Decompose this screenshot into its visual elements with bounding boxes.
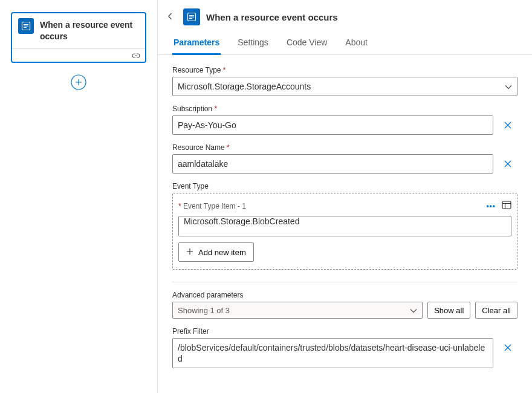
back-button[interactable]	[164, 10, 177, 25]
event-type-item-input[interactable]: Microsoft.Storage.BlobCreated	[178, 216, 511, 236]
clear-all-button[interactable]: Clear all	[475, 302, 517, 319]
tab-about[interactable]: About	[344, 37, 369, 55]
prefix-filter-input[interactable]: /blobServices/default/containers/trusted…	[172, 338, 493, 368]
panel-tabs: Parameters Settings Code View About	[158, 31, 532, 55]
link-icon	[132, 51, 140, 60]
trigger-node-footer	[12, 48, 145, 62]
event-grid-icon	[18, 18, 34, 34]
subscription-select[interactable]: Pay-As-You-Go	[172, 115, 493, 135]
clear-prefix-button[interactable]	[498, 338, 517, 357]
svg-rect-3	[502, 201, 511, 209]
event-type-group: * Event Type Item - 1 ••• Microsoft.S	[172, 193, 517, 270]
event-grid-icon	[183, 8, 200, 25]
divider	[172, 282, 517, 282]
resource-type-label: Resource Type *	[172, 66, 517, 74]
chevron-down-icon	[505, 82, 512, 91]
tab-parameters[interactable]: Parameters	[172, 37, 221, 55]
parameters-form: Resource Type * Microsoft.Storage.Storag…	[158, 55, 532, 393]
panel-title: When a resource event occurs	[206, 12, 338, 22]
add-new-item-button[interactable]: Add new item	[178, 242, 254, 262]
tab-settings[interactable]: Settings	[236, 37, 270, 55]
advanced-params-label: Advanced parameters	[172, 291, 517, 299]
item-menu-button[interactable]: •••	[486, 202, 496, 210]
advanced-params-select[interactable]: Showing 1 of 3	[172, 302, 423, 319]
show-all-button[interactable]: Show all	[427, 302, 470, 319]
prefix-filter-label: Prefix Filter	[172, 327, 517, 336]
resource-name-label: Resource Name *	[172, 143, 517, 152]
trigger-node-card[interactable]: When a resource event occurs	[11, 12, 146, 63]
subscription-label: Subscription *	[172, 105, 517, 113]
details-panel: When a resource event occurs Parameters …	[157, 0, 532, 393]
tab-code-view[interactable]: Code View	[285, 37, 328, 55]
toggle-view-button[interactable]	[502, 201, 511, 211]
plus-icon	[186, 248, 193, 257]
event-type-label: Event Type	[172, 182, 517, 190]
resource-name-select[interactable]: aamldatalake	[172, 154, 493, 174]
chevron-down-icon	[410, 306, 417, 315]
panel-header: When a resource event occurs	[158, 0, 532, 31]
trigger-node-title: When a resource event occurs	[40, 18, 139, 42]
event-type-item-label: * Event Type Item - 1	[178, 202, 486, 210]
clear-subscription-button[interactable]	[498, 115, 517, 135]
flow-canvas: When a resource event occurs	[0, 0, 157, 393]
add-step-button[interactable]	[70, 74, 87, 91]
clear-resource-name-button[interactable]	[498, 154, 517, 174]
resource-type-select[interactable]: Microsoft.Storage.StorageAccounts	[172, 77, 517, 96]
